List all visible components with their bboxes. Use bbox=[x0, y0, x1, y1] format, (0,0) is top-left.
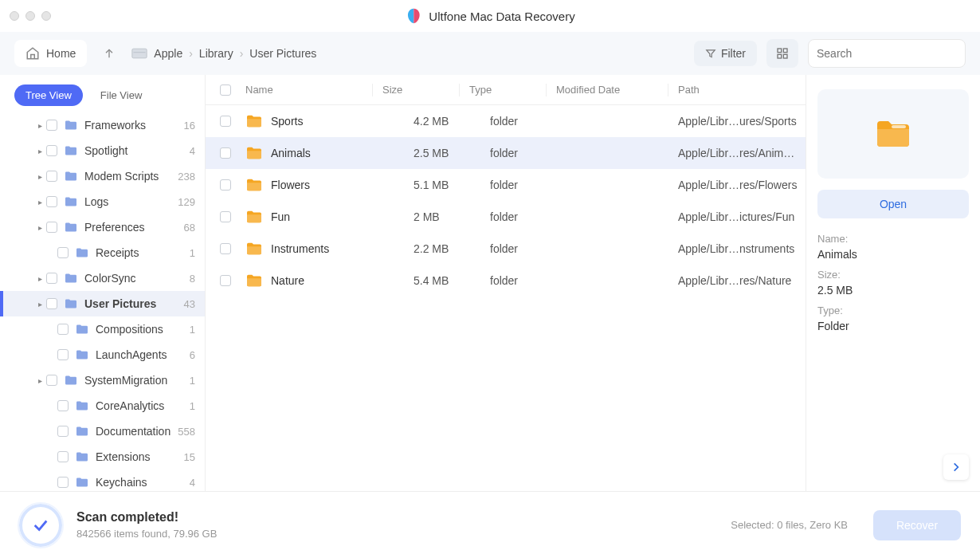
detail-size-value: 2.5 MB bbox=[817, 284, 969, 297]
expand-detail-button[interactable] bbox=[943, 454, 969, 480]
tree-item-checkbox[interactable] bbox=[46, 120, 57, 131]
recover-button[interactable]: Recover bbox=[873, 510, 961, 540]
tree-item-count: 6 bbox=[190, 349, 195, 361]
col-size[interactable]: Size bbox=[382, 84, 459, 96]
svg-rect-1 bbox=[134, 52, 146, 53]
main-area: Tree View File View ▸Frameworks16▸Spotli… bbox=[0, 75, 980, 491]
tree-item-checkbox[interactable] bbox=[57, 477, 69, 488]
file-row[interactable]: Animals2.5 MBfolderApple/Libr…res/Animal… bbox=[206, 137, 806, 169]
tab-file-view[interactable]: File View bbox=[89, 84, 154, 106]
chevron-right-icon: › bbox=[240, 47, 244, 60]
tree-item-checkbox[interactable] bbox=[46, 222, 57, 233]
disclosure-triangle-icon[interactable]: ▸ bbox=[35, 274, 45, 283]
tree-item-frameworks[interactable]: ▸Frameworks16 bbox=[0, 112, 205, 138]
tree-item-checkbox[interactable] bbox=[57, 426, 69, 437]
folder-tree[interactable]: ▸Frameworks16▸Spotlight4▸Modem Scripts23… bbox=[0, 112, 205, 491]
tree-item-checkbox[interactable] bbox=[46, 298, 57, 309]
tree-item-checkbox[interactable] bbox=[46, 145, 57, 156]
tree-item-count: 16 bbox=[184, 120, 195, 132]
tree-item-receipts[interactable]: Receipts1 bbox=[0, 240, 205, 265]
minimize-window-dot[interactable] bbox=[25, 11, 35, 21]
maximize-window-dot[interactable] bbox=[41, 11, 51, 21]
tree-item-coreanalytics[interactable]: CoreAnalytics1 bbox=[0, 393, 205, 418]
filter-button[interactable]: Filter bbox=[694, 41, 757, 66]
tree-item-checkbox[interactable] bbox=[57, 324, 69, 335]
home-icon bbox=[25, 46, 40, 61]
tree-item-label: Documentation bbox=[96, 425, 178, 438]
tree-item-checkbox[interactable] bbox=[57, 247, 69, 258]
row-checkbox[interactable] bbox=[220, 147, 231, 159]
row-checkbox[interactable] bbox=[220, 116, 231, 127]
search-box[interactable] bbox=[808, 39, 966, 68]
disclosure-triangle-icon[interactable]: ▸ bbox=[35, 198, 45, 206]
tree-item-checkbox[interactable] bbox=[57, 349, 69, 360]
tree-item-documentation[interactable]: Documentation558 bbox=[0, 418, 205, 444]
select-all-checkbox[interactable] bbox=[220, 84, 231, 96]
toolbar: Home Apple › Library › User Pictures Fil… bbox=[0, 32, 980, 75]
breadcrumb-1[interactable]: Library bbox=[199, 47, 233, 60]
tree-item-checkbox[interactable] bbox=[46, 273, 57, 284]
breadcrumb-2[interactable]: User Pictures bbox=[249, 47, 316, 60]
row-size: 2 MB bbox=[414, 210, 490, 223]
nav-up-button[interactable] bbox=[96, 41, 122, 66]
tree-item-label: Extensions bbox=[96, 450, 184, 463]
tree-item-count: 129 bbox=[178, 196, 195, 208]
disclosure-triangle-icon[interactable]: ▸ bbox=[35, 172, 45, 181]
chevron-right-icon bbox=[951, 462, 962, 473]
disclosure-triangle-icon[interactable]: ▸ bbox=[35, 223, 45, 232]
tree-item-spotlight[interactable]: ▸Spotlight4 bbox=[0, 138, 205, 163]
tree-item-label: Receipts bbox=[96, 246, 190, 259]
row-checkbox[interactable] bbox=[220, 243, 231, 254]
tree-item-launchagents[interactable]: LaunchAgents6 bbox=[0, 342, 205, 367]
footer: Scan completed! 842566 items found, 79.9… bbox=[0, 491, 980, 558]
search-input[interactable] bbox=[817, 47, 956, 60]
disk-icon bbox=[131, 48, 147, 59]
tree-item-extensions[interactable]: Extensions15 bbox=[0, 444, 205, 470]
tree-item-preferences[interactable]: ▸Preferences68 bbox=[0, 214, 205, 240]
file-row[interactable]: Instruments2.2 MBfolderApple/Libr…nstrum… bbox=[206, 233, 806, 265]
tree-item-count: 43 bbox=[184, 298, 195, 310]
grid-view-button[interactable] bbox=[766, 39, 798, 68]
tab-tree-view[interactable]: Tree View bbox=[14, 84, 83, 106]
disclosure-triangle-icon[interactable]: ▸ bbox=[35, 376, 45, 385]
col-date[interactable]: Modified Date bbox=[556, 84, 668, 96]
filter-icon bbox=[705, 48, 716, 59]
row-checkbox[interactable] bbox=[220, 211, 231, 222]
home-button[interactable]: Home bbox=[14, 40, 87, 67]
row-name-cell: Sports bbox=[245, 114, 414, 128]
breadcrumb-0[interactable]: Apple bbox=[154, 47, 182, 60]
tree-item-colorsync[interactable]: ▸ColorSync8 bbox=[0, 265, 205, 291]
tree-item-checkbox[interactable] bbox=[46, 171, 57, 182]
tree-item-user-pictures[interactable]: ▸User Pictures43 bbox=[0, 291, 205, 316]
col-type[interactable]: Type bbox=[469, 84, 546, 96]
tree-item-checkbox[interactable] bbox=[46, 196, 57, 207]
file-row[interactable]: Flowers5.1 MBfolderApple/Libr…res/Flower… bbox=[206, 169, 806, 201]
row-checkbox[interactable] bbox=[220, 179, 231, 191]
disclosure-triangle-icon[interactable]: ▸ bbox=[35, 147, 45, 155]
disclosure-triangle-icon[interactable]: ▸ bbox=[35, 300, 45, 308]
tree-item-checkbox[interactable] bbox=[57, 400, 69, 411]
file-row[interactable]: Sports4.2 MBfolderApple/Libr…ures/Sports bbox=[206, 105, 806, 137]
row-type: folder bbox=[490, 115, 566, 128]
open-button[interactable]: Open bbox=[817, 190, 969, 218]
tree-item-keychains[interactable]: Keychains4 bbox=[0, 470, 205, 491]
tree-item-label: User Pictures bbox=[84, 297, 184, 310]
tree-item-modem-scripts[interactable]: ▸Modem Scripts238 bbox=[0, 163, 205, 189]
tree-item-checkbox[interactable] bbox=[46, 375, 57, 386]
file-row[interactable]: Fun2 MBfolderApple/Libr…ictures/Fun bbox=[206, 201, 806, 233]
col-path[interactable]: Path bbox=[678, 84, 806, 96]
detail-type-label: Type: bbox=[817, 305, 969, 316]
row-type: folder bbox=[490, 274, 566, 287]
tree-item-checkbox[interactable] bbox=[57, 451, 69, 462]
close-window-dot[interactable] bbox=[10, 11, 19, 21]
row-checkbox[interactable] bbox=[220, 275, 231, 286]
col-name[interactable]: Name bbox=[245, 84, 372, 96]
file-row[interactable]: Nature5.4 MBfolderApple/Libr…res/Nature bbox=[206, 265, 806, 297]
disclosure-triangle-icon[interactable]: ▸ bbox=[35, 121, 45, 130]
tree-item-systemmigration[interactable]: ▸SystemMigration1 bbox=[0, 367, 205, 393]
tree-item-count: 8 bbox=[190, 273, 195, 285]
scan-subtitle: 842566 items found, 79.96 GB bbox=[76, 528, 217, 540]
row-type: folder bbox=[490, 210, 566, 223]
tree-item-compositions[interactable]: Compositions1 bbox=[0, 316, 205, 342]
tree-item-logs[interactable]: ▸Logs129 bbox=[0, 189, 205, 214]
